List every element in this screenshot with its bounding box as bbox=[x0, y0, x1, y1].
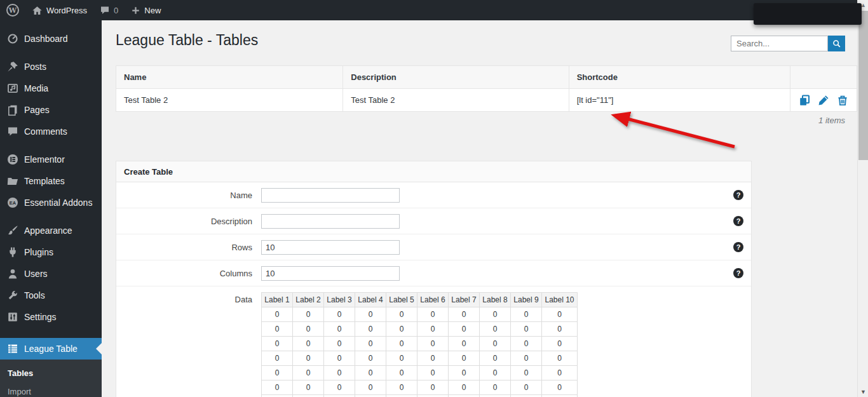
grid-cell[interactable]: 0 bbox=[480, 351, 511, 366]
rows-field[interactable] bbox=[261, 240, 400, 255]
grid-cell[interactable]: 0 bbox=[417, 337, 449, 351]
grid-cell[interactable]: 0 bbox=[542, 351, 578, 366]
search-input[interactable] bbox=[731, 36, 828, 51]
help-icon[interactable]: ? bbox=[733, 268, 743, 278]
sidebar-item-users[interactable]: Users bbox=[0, 263, 102, 285]
grid-cell[interactable]: 0 bbox=[449, 351, 480, 366]
trash-icon[interactable] bbox=[836, 94, 849, 107]
grid-header-cell[interactable]: Label 2 bbox=[293, 293, 324, 307]
grid-cell[interactable]: 0 bbox=[417, 366, 449, 380]
grid-cell[interactable]: 0 bbox=[542, 307, 578, 322]
grid-cell[interactable]: 0 bbox=[511, 307, 542, 322]
sidebar-item-settings[interactable]: Settings bbox=[0, 306, 102, 328]
grid-cell[interactable]: 0 bbox=[324, 395, 355, 397]
grid-cell[interactable]: 0 bbox=[293, 351, 324, 366]
sidebar-item-elementor[interactable]: Elementor bbox=[0, 149, 102, 170]
grid-cell[interactable]: 0 bbox=[262, 366, 293, 380]
grid-cell[interactable]: 0 bbox=[480, 366, 511, 380]
grid-cell[interactable]: 0 bbox=[511, 380, 542, 395]
grid-cell[interactable]: 0 bbox=[355, 307, 386, 322]
grid-header-cell[interactable]: Label 1 bbox=[262, 293, 293, 307]
grid-cell[interactable]: 0 bbox=[355, 322, 386, 337]
grid-cell[interactable]: 0 bbox=[355, 366, 386, 380]
help-icon[interactable]: ? bbox=[733, 216, 743, 226]
submenu-item-import[interactable]: Import bbox=[0, 382, 102, 397]
grid-cell[interactable]: 0 bbox=[386, 366, 417, 380]
grid-cell[interactable]: 0 bbox=[324, 351, 355, 366]
grid-header-cell[interactable]: Label 5 bbox=[386, 293, 417, 307]
grid-cell[interactable]: 0 bbox=[417, 380, 449, 395]
grid-cell[interactable]: 0 bbox=[480, 395, 511, 397]
grid-cell[interactable]: 0 bbox=[449, 366, 480, 380]
grid-cell[interactable]: 0 bbox=[293, 380, 324, 395]
columns-field[interactable] bbox=[261, 266, 400, 281]
grid-cell[interactable]: 0 bbox=[511, 322, 542, 337]
duplicate-icon[interactable] bbox=[798, 94, 811, 107]
grid-cell[interactable]: 0 bbox=[324, 322, 355, 337]
wp-logo-menu[interactable]: W bbox=[0, 0, 25, 20]
sidebar-item-media[interactable]: Media bbox=[0, 77, 102, 99]
grid-cell[interactable]: 0 bbox=[324, 307, 355, 322]
grid-cell[interactable]: 0 bbox=[449, 307, 480, 322]
sidebar-item-tools[interactable]: Tools bbox=[0, 285, 102, 306]
grid-cell[interactable]: 0 bbox=[262, 307, 293, 322]
grid-cell[interactable]: 0 bbox=[542, 322, 578, 337]
grid-cell[interactable]: 0 bbox=[262, 380, 293, 395]
grid-cell[interactable]: 0 bbox=[480, 380, 511, 395]
grid-cell[interactable]: 0 bbox=[324, 337, 355, 351]
grid-cell[interactable]: 0 bbox=[262, 322, 293, 337]
grid-cell[interactable]: 0 bbox=[449, 395, 480, 397]
grid-cell[interactable]: 0 bbox=[511, 351, 542, 366]
grid-cell[interactable]: 0 bbox=[386, 322, 417, 337]
name-field[interactable] bbox=[261, 188, 400, 203]
grid-cell[interactable]: 0 bbox=[542, 366, 578, 380]
grid-cell[interactable]: 0 bbox=[386, 395, 417, 397]
grid-cell[interactable]: 0 bbox=[262, 351, 293, 366]
grid-cell[interactable]: 0 bbox=[355, 380, 386, 395]
search-button[interactable] bbox=[828, 36, 845, 51]
help-icon[interactable]: ? bbox=[733, 242, 743, 252]
grid-cell[interactable]: 0 bbox=[511, 366, 542, 380]
grid-header-cell[interactable]: Label 7 bbox=[449, 293, 480, 307]
grid-cell[interactable]: 0 bbox=[417, 395, 449, 397]
grid-cell[interactable]: 0 bbox=[480, 322, 511, 337]
grid-cell[interactable]: 0 bbox=[386, 380, 417, 395]
grid-cell[interactable]: 0 bbox=[542, 380, 578, 395]
grid-cell[interactable]: 0 bbox=[293, 395, 324, 397]
grid-header-cell[interactable]: Label 6 bbox=[417, 293, 449, 307]
grid-cell[interactable]: 0 bbox=[386, 337, 417, 351]
site-name-link[interactable]: WordPress bbox=[25, 0, 93, 20]
grid-cell[interactable]: 0 bbox=[355, 351, 386, 366]
grid-cell[interactable]: 0 bbox=[542, 337, 578, 351]
grid-cell[interactable]: 0 bbox=[293, 307, 324, 322]
grid-cell[interactable]: 0 bbox=[417, 307, 449, 322]
grid-cell[interactable]: 0 bbox=[417, 351, 449, 366]
help-icon[interactable]: ? bbox=[733, 190, 743, 200]
grid-cell[interactable]: 0 bbox=[542, 395, 578, 397]
grid-cell[interactable]: 0 bbox=[449, 322, 480, 337]
grid-cell[interactable]: 0 bbox=[324, 380, 355, 395]
grid-cell[interactable]: 0 bbox=[386, 307, 417, 322]
grid-header-cell[interactable]: Label 4 bbox=[355, 293, 386, 307]
new-content-menu[interactable]: New bbox=[125, 0, 167, 20]
grid-cell[interactable]: 0 bbox=[417, 322, 449, 337]
edit-pencil-icon[interactable] bbox=[817, 94, 830, 107]
grid-cell[interactable]: 0 bbox=[511, 395, 542, 397]
grid-cell[interactable]: 0 bbox=[511, 337, 542, 351]
sidebar-item-comments[interactable]: Comments bbox=[0, 121, 102, 142]
grid-header-cell[interactable]: Label 8 bbox=[480, 293, 511, 307]
scrollbar-down-arrow[interactable]: ▼ bbox=[858, 389, 868, 395]
grid-cell[interactable]: 0 bbox=[480, 307, 511, 322]
grid-cell[interactable]: 0 bbox=[386, 351, 417, 366]
comments-menu[interactable]: 0 bbox=[93, 0, 125, 20]
sidebar-item-posts[interactable]: Posts bbox=[0, 56, 102, 77]
grid-header-cell[interactable]: Label 9 bbox=[511, 293, 542, 307]
submenu-item-tables[interactable]: Tables bbox=[0, 364, 102, 382]
grid-header-cell[interactable]: Label 3 bbox=[324, 293, 355, 307]
grid-header-cell[interactable]: Label 10 bbox=[542, 293, 578, 307]
grid-cell[interactable]: 0 bbox=[262, 395, 293, 397]
grid-cell[interactable]: 0 bbox=[355, 395, 386, 397]
scrollbar-thumb[interactable] bbox=[858, 11, 868, 160]
grid-cell[interactable]: 0 bbox=[293, 322, 324, 337]
sidebar-item-plugins[interactable]: Plugins bbox=[0, 241, 102, 263]
